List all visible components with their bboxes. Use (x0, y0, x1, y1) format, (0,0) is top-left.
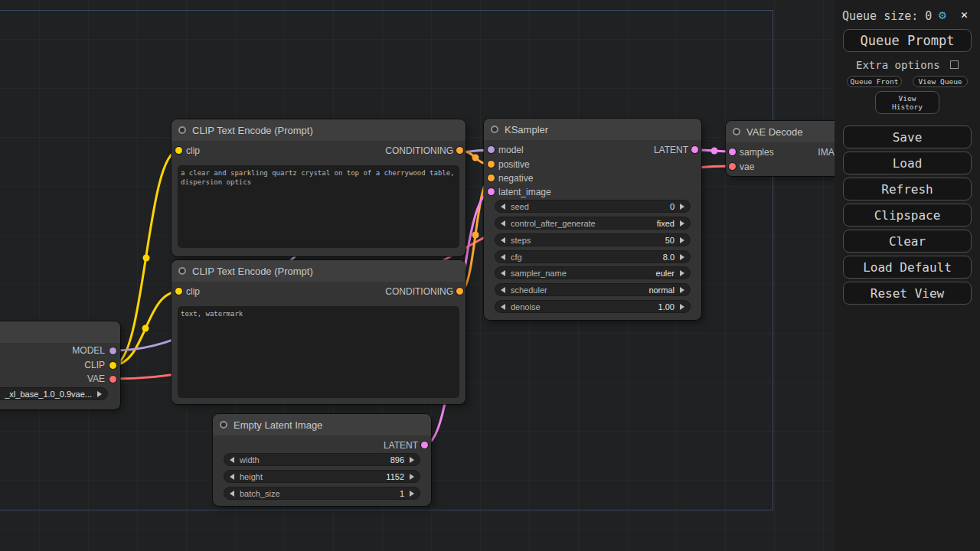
input-slot-negative[interactable] (488, 174, 495, 181)
output-label-conditioning: CONDITIONING (385, 145, 453, 156)
node-ksampler[interactable]: KSampler model positive negative latent_… (484, 119, 701, 320)
node-load-checkpoint[interactable]: MODEL CLIP VAE _xl_base_1.0_0.9vae... (0, 321, 120, 409)
load-button[interactable]: Load (843, 152, 972, 174)
output-slot-latent[interactable] (421, 442, 428, 448)
widget-scheduler[interactable]: scheduler normal (495, 283, 691, 296)
node-collapse-dot[interactable] (178, 267, 186, 275)
widget-label: width (240, 455, 260, 465)
widget-height[interactable]: height 1152 (224, 470, 420, 483)
reset-view-button[interactable]: Reset View (843, 282, 972, 305)
queue-front-button[interactable]: Queue Front (847, 76, 902, 87)
clipspace-button[interactable]: Clipspace (843, 204, 972, 227)
output-label-latent: LATENT (384, 440, 418, 451)
node-titlebar[interactable] (0, 321, 120, 343)
widget-value: 1.00 (658, 302, 675, 311)
input-slot-model[interactable] (488, 146, 495, 153)
input-slot-clip[interactable] (175, 147, 182, 154)
queue-size-label: Queue size: 0 (842, 9, 932, 23)
widget-value: 896 (390, 455, 404, 465)
decrement-arrow-icon[interactable] (501, 204, 505, 210)
load-default-button[interactable]: Load Default (843, 256, 972, 279)
widget-denoise[interactable]: denoise 1.00 (495, 300, 691, 313)
decrement-arrow-icon[interactable] (501, 237, 505, 243)
decrement-arrow-icon[interactable] (501, 270, 505, 276)
increment-arrow-icon[interactable] (680, 237, 684, 243)
output-slot-vae[interactable] (109, 376, 116, 383)
input-slot-samples[interactable] (729, 148, 736, 155)
node-empty-latent-image[interactable]: Empty Latent Image LATENT width 896 heig… (213, 414, 431, 506)
output-label-vae: VAE (87, 373, 105, 384)
decrement-arrow-icon[interactable] (501, 287, 505, 293)
output-label-model: MODEL (72, 345, 105, 356)
node-titlebar[interactable]: CLIP Text Encode (Prompt) (172, 119, 466, 141)
widget-label: denoise (511, 302, 541, 311)
settings-gear-icon[interactable]: ⚙ (939, 8, 946, 22)
output-label-clip: CLIP (84, 360, 105, 370)
input-label-positive: positive (498, 159, 530, 170)
node-titlebar[interactable]: KSampler (484, 119, 701, 140)
widget-ckpt-name[interactable]: _xl_base_1.0_0.9vae... (0, 387, 108, 400)
widget-control-after-generate[interactable]: control_after_generate fixed (495, 217, 691, 230)
decrement-arrow-icon[interactable] (230, 457, 234, 463)
node-collapse-dot[interactable] (178, 126, 186, 134)
output-slot-conditioning[interactable] (456, 147, 463, 154)
comfyui-app: CLIP Text Encode (Prompt) clip CONDITION… (0, 0, 980, 551)
output-slot-conditioning[interactable] (456, 288, 463, 295)
extra-options-checkbox[interactable] (950, 60, 959, 69)
decrement-arrow-icon[interactable] (230, 474, 234, 480)
prompt-textarea[interactable]: a clear and sparkling quartz crystal on … (178, 165, 459, 248)
widget-sampler-name[interactable]: sampler_name euler (495, 266, 691, 279)
increment-arrow-icon[interactable] (410, 474, 414, 480)
output-label-latent: LATENT (654, 145, 688, 155)
input-label-latent-image: latent_image (498, 187, 551, 197)
node-clip-text-encode-positive[interactable]: CLIP Text Encode (Prompt) clip CONDITION… (172, 119, 466, 256)
increment-arrow-icon[interactable] (680, 270, 684, 276)
increment-arrow-icon[interactable] (680, 254, 684, 260)
node-collapse-dot[interactable] (733, 128, 740, 135)
decrement-arrow-icon[interactable] (501, 254, 505, 260)
save-button[interactable]: Save (843, 126, 972, 148)
input-slot-clip[interactable] (175, 288, 182, 295)
view-history-button[interactable]: View History (875, 91, 939, 114)
node-clip-text-encode-negative[interactable]: CLIP Text Encode (Prompt) clip CONDITION… (172, 260, 466, 404)
widget-seed[interactable]: seed 0 (495, 200, 691, 213)
node-title: CLIP Text Encode (Prompt) (192, 125, 313, 136)
increment-arrow-icon[interactable] (680, 220, 684, 227)
decrement-arrow-icon[interactable] (501, 220, 505, 227)
output-slot-clip[interactable] (109, 362, 116, 369)
widget-label: batch_size (240, 489, 280, 498)
input-slot-vae[interactable] (729, 163, 736, 170)
output-slot-model[interactable] (109, 347, 116, 354)
clear-button[interactable]: Clear (843, 230, 972, 253)
node-collapse-dot[interactable] (220, 421, 227, 429)
increment-arrow-icon[interactable] (680, 287, 684, 293)
increment-arrow-icon[interactable] (97, 391, 102, 397)
prompt-textarea[interactable]: text, watermark (178, 306, 459, 398)
increment-arrow-icon[interactable] (680, 304, 684, 310)
input-label-vae: vae (740, 161, 754, 172)
node-titlebar[interactable]: CLIP Text Encode (Prompt) (172, 260, 466, 282)
decrement-arrow-icon[interactable] (501, 304, 505, 310)
decrement-arrow-icon[interactable] (230, 491, 234, 497)
queue-prompt-button[interactable]: Queue Prompt (843, 29, 972, 52)
input-slot-latent-image[interactable] (488, 188, 495, 195)
node-title: Empty Latent Image (234, 419, 322, 431)
widget-cfg[interactable]: cfg 8.0 (495, 250, 691, 263)
widget-width[interactable]: width 896 (224, 453, 420, 466)
output-slot-latent[interactable] (691, 146, 698, 153)
widget-steps[interactable]: steps 50 (495, 233, 691, 246)
view-queue-button[interactable]: View Queue (913, 76, 968, 87)
increment-arrow-icon[interactable] (410, 491, 414, 497)
node-titlebar[interactable]: Empty Latent Image (213, 414, 431, 435)
node-collapse-dot[interactable] (491, 126, 498, 133)
close-icon[interactable]: ✕ (961, 8, 968, 21)
increment-arrow-icon[interactable] (680, 204, 684, 210)
widget-label: control_after_generate (511, 219, 596, 228)
refresh-button[interactable]: Refresh (843, 178, 972, 201)
increment-arrow-icon[interactable] (410, 457, 414, 463)
input-slot-positive[interactable] (488, 161, 495, 168)
input-label-clip: clip (186, 145, 200, 156)
node-title: KSampler (505, 124, 548, 135)
widget-label: cfg (511, 253, 522, 262)
widget-batch-size[interactable]: batch_size 1 (224, 487, 420, 500)
